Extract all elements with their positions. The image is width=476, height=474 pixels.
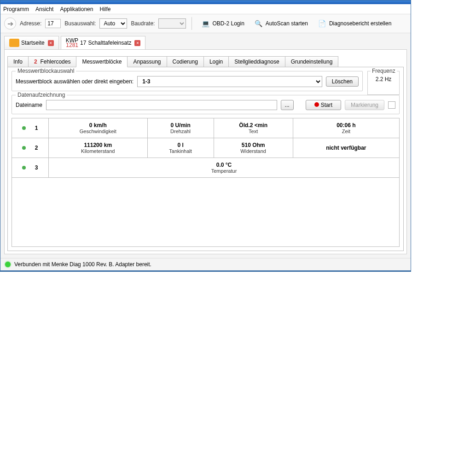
fault-count: 2 [34,59,37,65]
obd2-label: OBD-2 Login [212,20,244,27]
connection-led-icon [5,262,11,267]
frequency-group: Frequenz 2.2 Hz [367,71,400,95]
menu-programm[interactable]: Programm [3,6,29,12]
filename-input[interactable] [46,100,277,110]
menu-ansicht[interactable]: Ansicht [35,6,53,12]
value-odometer: 111200 km [52,142,145,148]
autoscan-label: AutoScan starten [266,20,308,27]
tab-module-name: Schalttafeleinsatz [88,40,131,46]
subtab-stellglied[interactable]: Stellglieddiagnose [228,56,285,67]
back-icon[interactable]: ➔ [4,18,16,29]
mark-checkbox[interactable] [388,101,395,109]
frequency-value: 2.2 Hz [371,76,396,82]
report-button[interactable]: 📄 Diagnosebericht erstellen [314,18,394,29]
measure-table: 1 0 km/hGeschwindigkeit 0 U/minDrehzahl … [12,118,400,178]
autoscan-button[interactable]: 🔍 AutoScan starten [251,18,311,29]
subtabs: Info 2 Fehlercodes Messwertblöcke Anpass… [7,52,404,67]
label-rpm: Drehzahl [151,129,211,134]
obd2-icon: 💻 [200,18,210,29]
close-icon[interactable]: × [48,40,54,46]
mark-button[interactable]: Markierung [345,100,384,110]
subtab-anpassung[interactable]: Anpassung [127,56,167,67]
active-led-icon [22,126,26,130]
block-select-prompt: Messwertblock auswählen oder direkt eing… [16,78,134,85]
active-led-icon [22,166,26,170]
value-na: nicht verfügbar [296,145,396,151]
car-icon [9,39,19,47]
label-temperature: Temperatur [52,168,396,174]
table-row: 3 0.0 °CTemperatur [12,158,400,178]
filename-label: Dateiname [16,102,42,108]
label-text: Text [217,129,290,134]
value-time: 00:06 h [296,122,396,129]
value-speed: 0 km/h [52,122,145,129]
baud-label: Baudrate: [131,20,155,27]
row-index-cell[interactable]: 1 [12,118,49,138]
close-icon[interactable]: × [134,40,140,46]
subtab-messwertbloecke[interactable]: Messwertblöcke [76,56,128,67]
row-index-cell[interactable]: 3 [12,158,49,178]
value-resistance: 510 Ohm [217,142,290,148]
kwp-protocol-label: KWP 1281 [66,38,78,47]
recording-legend: Datenaufzeichnung [16,92,67,98]
menu-applikationen[interactable]: Applikationen [60,6,93,12]
window-bottom-border [0,270,411,271]
value-text: Öld.2 <min [217,122,290,129]
app-window: Programm Ansicht Applikationen Hilfe ➔ A… [0,0,411,272]
subtab-login[interactable]: Login [203,56,229,67]
menubar: Programm Ansicht Applikationen Hilfe [0,4,411,14]
report-label: Diagnosebericht erstellen [329,20,391,27]
status-text: Verbunden mit Menke Diag 1000 Rev. B. Ad… [14,261,151,268]
tab-module-addr: 17 [80,40,86,46]
bus-label: Busauswahl: [64,20,96,27]
label-odometer: Kilometerstand [52,148,145,154]
autoscan-icon: 🔍 [254,18,264,29]
table-row: 1 0 km/hGeschwindigkeit 0 U/minDrehzahl … [12,118,400,138]
statusbar: Verbunden mit Menke Diag 1000 Rev. B. Ad… [0,258,411,270]
subtab-fehlercodes[interactable]: 2 Fehlercodes [28,56,76,67]
baud-select[interactable] [158,18,186,29]
tab-module[interactable]: KWP 1281 17 Schalttafeleinsatz × [61,36,146,49]
row-index-cell[interactable]: 2 [12,138,49,158]
value-tank: 0 l [151,142,211,148]
window-titlebar [0,0,411,4]
delete-button[interactable]: Löschen [326,76,359,87]
bus-select[interactable]: Auto [99,18,127,29]
frequency-legend: Frequenz [371,68,397,74]
address-label: Adresse: [20,20,41,27]
subtab-grundeinstellung[interactable]: Grundeinstellung [285,56,339,67]
address-input[interactable] [45,19,61,28]
recording-group: Datenaufzeichnung Dateiname ... Start Ma… [12,95,400,114]
subtab-info[interactable]: Info [7,56,29,67]
fault-label: Fehlercodes [40,59,70,65]
record-icon [314,102,319,107]
app-tabs: Startseite × KWP 1281 17 Schalttafeleins… [0,33,411,49]
toolbar-separator [192,17,192,30]
block-select-legend: Messwertblockauswahl [16,68,76,74]
report-icon: 📄 [317,18,327,29]
tab-startseite-label: Startseite [21,40,45,46]
value-rpm: 0 U/min [151,122,211,129]
tab-startseite[interactable]: Startseite × [4,36,59,49]
obd2-login-button[interactable]: 💻 OBD-2 Login [197,18,247,29]
messwert-panel: Messwertblockauswahl Messwertblock auswä… [7,67,404,251]
value-temperature: 0.0 °C [52,162,396,168]
module-page: Info 2 Fehlercodes Messwertblöcke Anpass… [4,49,407,254]
browse-button[interactable]: ... [281,100,294,110]
subtab-codierung[interactable]: Codierung [167,56,204,67]
table-row: 2 111200 kmKilometerstand 0 lTankinhalt … [12,138,400,158]
label-time: Zeit [296,129,396,134]
start-record-button[interactable]: Start [306,100,341,110]
label-speed: Geschwindigkeit [52,129,145,134]
menu-hilfe[interactable]: Hilfe [99,6,110,12]
label-resistance: Widerstand [217,148,290,154]
block-select[interactable]: 1-3 [137,76,322,87]
label-tank: Tankinhalt [151,148,211,154]
toolbar: ➔ Adresse: Busauswahl: Auto Baudrate: 💻 … [0,14,411,33]
block-select-group: Messwertblockauswahl Messwertblock auswä… [12,71,363,91]
active-led-icon [22,146,26,150]
table-empty-area [12,178,400,247]
